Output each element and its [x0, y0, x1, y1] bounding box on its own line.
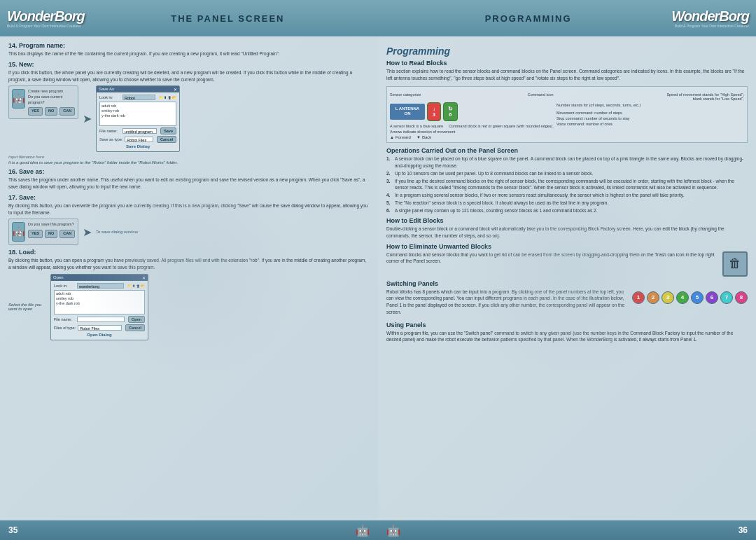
cmd-block-2: ↻ 6 [443, 102, 458, 122]
op-item-5: The "No reaction" sensor block is a spec… [386, 200, 748, 206]
save-confirm-content: 🤖 Do you save this program? YES NO CAN [12, 222, 75, 242]
panel-numbers-area: 1 2 3 4 5 6 7 8 [632, 289, 748, 304]
save-btn[interactable]: Save [160, 127, 176, 134]
left-page-number: 35 [8, 525, 18, 535]
eliminate-blocks-text: Command blocks and sensor blocks that yo… [386, 251, 718, 265]
right-logo: WonderBorg Build & Program Your Own Inte… [671, 9, 749, 28]
panel-num-5[interactable]: 5 [691, 291, 704, 304]
command-block-note: Command block is red or green square (wi… [449, 124, 554, 128]
panel-num-2[interactable]: 2 [647, 291, 659, 304]
file-item-1[interactable]: adult rob [101, 103, 175, 108]
open-file-1[interactable]: adult rob [55, 291, 144, 296]
open-lookin-input[interactable]: wonderborg [77, 283, 124, 289]
using-panels-text: Within a program file, you can use the "… [386, 330, 748, 344]
open-dialog-caption: Open Dialog [54, 333, 145, 337]
save-confirm-buttons: YES NO CAN [28, 230, 75, 238]
section-17: 17. Save: By clicking this button, you c… [8, 194, 370, 246]
left-header-center: THE PANEL SCREEN [85, 13, 371, 24]
left-logo-subtitle: Build & Program Your Own Interactive Cre… [7, 24, 81, 28]
section-14-title: 14. Program name: [8, 42, 370, 49]
save-hint: It is a good idea to save your program t… [8, 160, 370, 165]
op-item-3: If you line up the desired command block… [386, 178, 748, 191]
save-as-dialog: Save As ✕ Look in: Robot 📁 ⬆ 🗑 📂 adult r… [96, 85, 180, 152]
open-file-3[interactable]: y-the dark rob [55, 301, 144, 306]
file-item-3[interactable]: y-the dark rob [101, 113, 175, 118]
file-item-2[interactable]: smiley rob [101, 108, 175, 113]
operations-title: Operations Carried Out on the Panel Scre… [386, 147, 748, 154]
section-15-title: 15. New: [8, 61, 370, 68]
panel-num-3[interactable]: 3 [662, 291, 674, 304]
save-confirm-question: Do you save this program? [28, 222, 75, 228]
left-content: 14. Program name: This box displays the … [0, 36, 378, 520]
blocks-row: L ANTENNA ON ↓ 3 ↻ 6 [390, 102, 458, 122]
left-page-title: THE PANEL SCREEN [164, 13, 291, 24]
cancel-btn-2[interactable]: Cancel [125, 324, 145, 331]
select-file-hint: Select the file you want to open [8, 303, 43, 311]
save-confirm-text: Do you save this program? YES NO CAN [28, 222, 75, 237]
new-dialog-text: Create new program. Do you save current … [28, 89, 75, 116]
open-filetype-input[interactable]: Robot Files [78, 325, 122, 331]
read-blocks-text: This section explains how to read the se… [386, 68, 748, 82]
switching-panels-content: Robot Works has 8 panels which can be in… [386, 289, 748, 318]
open-dialog-area: Select the file you want to open Open ✕ … [8, 274, 370, 340]
diagram-bottom-labels: A sensor block is a blue square Command … [390, 124, 554, 128]
save-yes-btn[interactable]: YES [28, 230, 43, 238]
new-no-btn[interactable]: NO [45, 107, 57, 116]
panel-num-7[interactable]: 7 [720, 291, 733, 304]
save-filetype-input[interactable]: Robot Files [125, 137, 153, 142]
new-dialog-area: 🤖 Create new program. Do you save curren… [8, 85, 370, 152]
open-btn[interactable]: Open [128, 316, 145, 323]
new-yes-btn[interactable]: YES [28, 107, 43, 116]
save-lookin-input[interactable]: Robot [122, 95, 155, 100]
panel-num-1[interactable]: 1 [632, 291, 645, 304]
right-footer-robot: 🤖 [386, 524, 400, 537]
antenna-block: L ANTENNA ON [390, 104, 425, 119]
section-18-title: 18. Load: [8, 249, 370, 256]
open-lookin-row: Look in: wonderborg 📁 ⬆ 🗑 📂 [54, 283, 145, 289]
op-item-6: A single panel may contain up to 121 blo… [386, 207, 748, 214]
new-dialog-content: 🤖 Create new program. Do you save curren… [12, 89, 75, 116]
save-dialog-caption: Save Dialog [99, 144, 176, 148]
number-note: Number stands for (of steps, seconds, tu… [556, 102, 744, 108]
right-page: PROGRAMMING WonderBorg Build & Program Y… [378, 0, 756, 540]
panel-num-8[interactable]: 8 [735, 291, 748, 304]
section-18: 18. Load: By clicking this button, you c… [8, 249, 370, 340]
panel-num-4[interactable]: 4 [676, 291, 689, 304]
section-17-text: By clicking this button, you can overwri… [8, 202, 370, 216]
save-filename-input[interactable]: untitled program [122, 128, 157, 134]
cancel-btn-1[interactable]: Cancel [157, 136, 176, 143]
cmd-block-1: ↓ 3 [427, 102, 441, 122]
save-file-list[interactable]: adult rob smiley rob y-the dark rob [99, 102, 176, 126]
antenna-sub: ON [394, 111, 421, 116]
sensor-block-note: A sensor block is a blue square [390, 124, 443, 128]
trash-icon: 🗑 [722, 251, 748, 277]
left-footer: 35 🤖 [0, 520, 378, 540]
section-15: 15. New: If you click this button, the w… [8, 61, 370, 165]
right-header: PROGRAMMING WonderBorg Build & Program Y… [378, 0, 756, 36]
section-switching-panels: Switching Panels Robot Works has 8 panel… [386, 280, 748, 318]
right-logo-text: WonderBorg [671, 9, 749, 23]
arrows-note: Arrows indicate direction of movement [390, 130, 455, 134]
left-page: WonderBorg Build & Program Your Own Inte… [0, 0, 378, 540]
arrow-right-2: ➤ [83, 226, 92, 239]
new-can-btn[interactable]: CAN [59, 107, 75, 116]
robot-icon-2: 🤖 [12, 222, 25, 242]
save-confirm-dialog: 🤖 Do you save this program? YES NO CAN [8, 219, 78, 245]
open-filename-input[interactable] [77, 317, 125, 322]
open-file-list[interactable]: adult rob smiley rob y-the dark rob [54, 290, 145, 314]
blocks-diagram: Sensor categorize Command icon Speed of … [386, 86, 748, 144]
edit-blocks-text: Double-clicking a sensor block or a comm… [386, 226, 748, 240]
save-no-btn[interactable]: NO [45, 230, 57, 238]
panel-numbers: 1 2 3 4 5 6 7 8 [632, 291, 748, 304]
open-file-2[interactable]: smiley rob [55, 296, 144, 301]
section-eliminate-blocks: How to Eliminate Unwanted Blocks Command… [386, 243, 748, 277]
using-panels-title: Using Panels [386, 321, 748, 328]
movement-note: Movement command: number of steps Stop c… [556, 110, 744, 127]
section-17-title: 17. Save: [8, 194, 370, 201]
right-header-center: PROGRAMMING [385, 13, 671, 24]
op-item-4: In a program using several sensor blocks… [386, 192, 748, 198]
section-16: 16. Save as: This saves the program unde… [8, 168, 370, 191]
panel-num-6[interactable]: 6 [706, 291, 718, 304]
open-filename-row: File name: Open [54, 316, 145, 323]
save-can-btn[interactable]: CAN [59, 230, 75, 238]
